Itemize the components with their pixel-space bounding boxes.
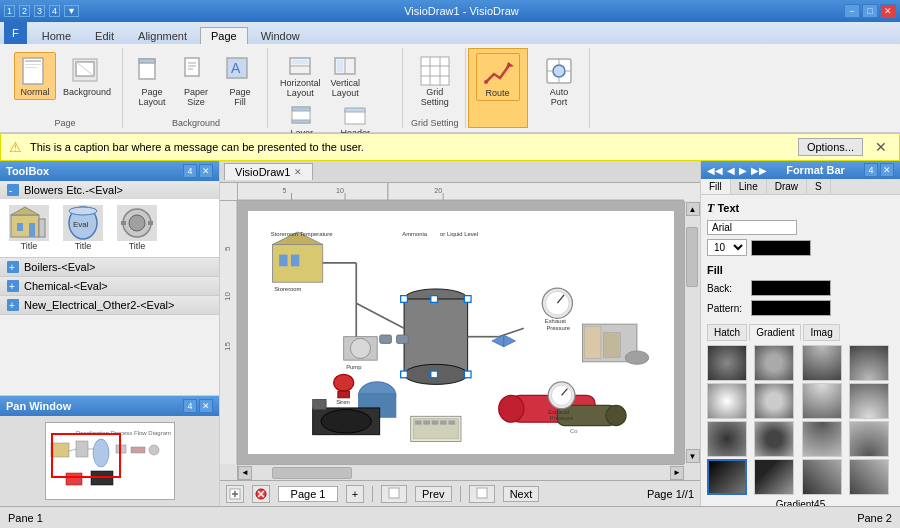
window-controls: − □ ✕ <box>844 4 896 18</box>
gradient-cell-10[interactable] <box>754 421 794 457</box>
pan-thumbnail[interactable]: Desalination Process Flow Diagram <box>45 422 175 500</box>
format-close-button[interactable]: ✕ <box>880 163 894 177</box>
blowers-section-header[interactable]: - Blowers Etc.-<Eval> <box>0 181 219 199</box>
chemical-section-header[interactable]: + Chemical-<Eval> <box>0 277 219 295</box>
vertical-layout-button[interactable]: VerticalLayout <box>327 52 365 100</box>
gradient-cell-13[interactable] <box>707 459 747 495</box>
caption-close-button[interactable]: ✕ <box>871 139 891 155</box>
tab-alignment[interactable]: Alignment <box>127 27 198 44</box>
horizontal-scrollbar[interactable]: ◄ ► <box>238 464 684 480</box>
horizontal-layout-button[interactable]: HorizontalLayout <box>276 52 325 100</box>
svg-point-104 <box>350 338 370 358</box>
scroll-right-button[interactable]: ► <box>670 466 684 480</box>
tab-window[interactable]: Window <box>250 27 311 44</box>
page-icon-button-2[interactable] <box>469 485 495 503</box>
toolbox-item-2[interactable]: Title <box>112 203 162 253</box>
qa-3[interactable]: 3 <box>34 5 45 17</box>
new-page-icon[interactable] <box>226 485 244 503</box>
canvas-tab-close-button[interactable]: ✕ <box>294 167 302 177</box>
gradient-cell-9[interactable] <box>707 421 747 457</box>
qa-2[interactable]: 2 <box>19 5 30 17</box>
gradient-cell-15[interactable] <box>802 459 842 495</box>
svg-point-127 <box>499 395 524 422</box>
tab-draw[interactable]: Draw <box>767 179 807 194</box>
pan-pin-button[interactable]: 4 <box>183 399 197 413</box>
toolbox-item-1[interactable]: Eval Title <box>58 203 108 253</box>
back-color-swatch[interactable] <box>751 280 831 296</box>
gradient-cell-6[interactable] <box>754 383 794 419</box>
qa-1[interactable]: 1 <box>4 5 15 17</box>
font-size-select[interactable]: 101214 <box>707 239 747 256</box>
gradient-cell-14[interactable] <box>754 459 794 495</box>
canvas-area: VisioDraw1 ✕ 5 10 <box>220 161 700 506</box>
maximize-button[interactable]: □ <box>862 4 878 18</box>
image-tab[interactable]: Imag <box>803 324 839 341</box>
tab-line[interactable]: Line <box>731 179 767 194</box>
gradient-cell-4[interactable] <box>849 345 889 381</box>
hatch-tab[interactable]: Hatch <box>707 324 747 341</box>
tab-edit[interactable]: Edit <box>84 27 125 44</box>
gradient-cell-1[interactable] <box>707 345 747 381</box>
gradient-cell-7[interactable] <box>802 383 842 419</box>
toolbox-item-0[interactable]: Title <box>4 203 54 253</box>
separator-1 <box>372 486 373 502</box>
section-expand-icon: - <box>6 183 20 197</box>
grid-setting-button[interactable]: GridSetting <box>414 52 456 110</box>
tab-s[interactable]: S <box>807 179 831 194</box>
gradient-cell-12[interactable] <box>849 421 889 457</box>
tab-home[interactable]: Home <box>31 27 82 44</box>
add-page-button[interactable]: + <box>346 485 364 503</box>
background-button[interactable]: Background <box>58 52 116 100</box>
file-button[interactable]: F <box>4 22 27 44</box>
canvas-tabs: VisioDraw1 ✕ <box>220 161 700 183</box>
format-pin-button[interactable]: 4 <box>864 163 878 177</box>
blowers-scroll[interactable]: Title Eval Title <box>0 199 219 257</box>
toolbox-close-button[interactable]: ✕ <box>199 164 213 178</box>
page-icon-button[interactable] <box>381 485 407 503</box>
gradient-cell-2[interactable] <box>754 345 794 381</box>
canvas-viewport[interactable]: Storeroom Storeroom Temperature <box>238 201 684 464</box>
scroll-thumb-v[interactable] <box>686 227 698 287</box>
tab-fill[interactable]: Fill <box>701 179 731 194</box>
prev-button[interactable]: Prev <box>415 486 452 502</box>
normal-button[interactable]: Normal <box>14 52 56 100</box>
scroll-up-button[interactable]: ▲ <box>686 202 700 216</box>
main-area: ToolBox 4 ✕ - Blowers Etc.-<Eval> <box>0 161 900 506</box>
boilers-section-header[interactable]: + Boilers-<Eval> <box>0 258 219 276</box>
auto-port-button[interactable]: AutoPort <box>537 52 581 110</box>
vertical-scrollbar[interactable]: ▲ ▼ <box>684 201 700 464</box>
font-color-swatch[interactable] <box>751 240 811 256</box>
gradient-cell-5[interactable] <box>707 383 747 419</box>
pan-close-button[interactable]: ✕ <box>199 399 213 413</box>
nav-prev-button[interactable]: ◀ <box>727 165 735 176</box>
toolbox-pin-button[interactable]: 4 <box>183 164 197 178</box>
page-fill-button[interactable]: A PageFill <box>219 52 261 110</box>
nav-first-button[interactable]: ◀◀ <box>707 165 723 176</box>
qa-dropdown[interactable]: ▼ <box>64 5 79 17</box>
gradient-cell-3[interactable] <box>802 345 842 381</box>
gradient-cell-11[interactable] <box>802 421 842 457</box>
svg-text:or Liquid Level: or Liquid Level <box>440 231 478 237</box>
qa-4[interactable]: 4 <box>49 5 60 17</box>
gradient-cell-8[interactable] <box>849 383 889 419</box>
scroll-thumb-h[interactable] <box>272 467 352 479</box>
route-button[interactable]: Route <box>476 53 520 101</box>
scroll-down-button[interactable]: ▼ <box>686 449 700 463</box>
options-button[interactable]: Options... <box>798 138 863 156</box>
canvas-tab-visio[interactable]: VisioDraw1 ✕ <box>224 163 313 180</box>
tab-page[interactable]: Page <box>200 27 248 44</box>
minimize-button[interactable]: − <box>844 4 860 18</box>
delete-page-icon[interactable] <box>252 485 270 503</box>
paper-size-button[interactable]: PaperSize <box>175 52 217 110</box>
gradient-cell-16[interactable] <box>849 459 889 495</box>
page-layout-button[interactable]: PageLayout <box>131 52 173 110</box>
scroll-left-button[interactable]: ◄ <box>238 466 252 480</box>
close-button[interactable]: ✕ <box>880 4 896 18</box>
nav-next-button[interactable]: ▶ <box>739 165 747 176</box>
gradient-tab[interactable]: Gradient <box>749 324 801 341</box>
font-name-input[interactable] <box>707 220 797 235</box>
next-button[interactable]: Next <box>503 486 540 502</box>
electrical-section-header[interactable]: + New_Electrical_Other2-<Eval> <box>0 296 219 314</box>
nav-last-button[interactable]: ▶▶ <box>751 165 767 176</box>
pattern-color-swatch[interactable] <box>751 300 831 316</box>
